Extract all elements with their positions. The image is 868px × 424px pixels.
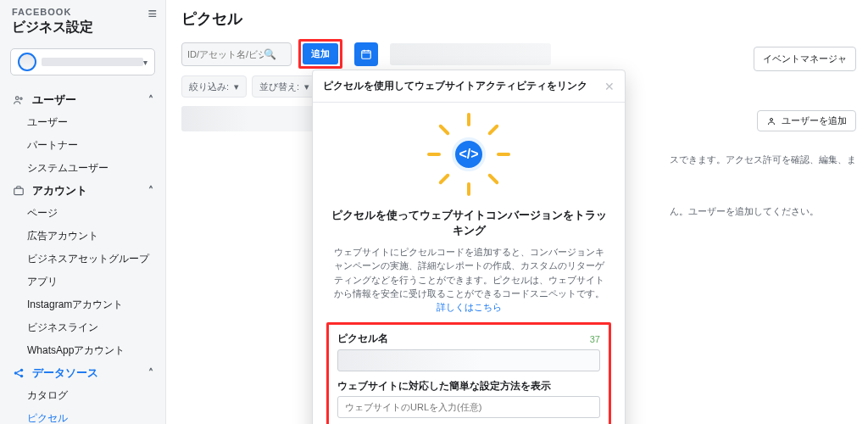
nav-item-system-users[interactable]: システムユーザー xyxy=(0,157,165,180)
nav-item-catalogs[interactable]: カタログ xyxy=(0,384,165,407)
nav-item-pixels[interactable]: ピクセル xyxy=(0,407,165,424)
char-counter: 37 xyxy=(590,334,600,344)
modal-subtitle: ピクセルを使ってウェブサイトコンバージョンをトラッキング xyxy=(330,208,608,238)
svg-point-4 xyxy=(20,369,24,372)
account-name-placeholder xyxy=(42,58,143,66)
nav-group-label: ユーザー xyxy=(32,92,76,108)
nav-item-pages[interactable]: ページ xyxy=(0,202,165,225)
caret-icon: ˄ xyxy=(148,367,153,379)
nav-group-label: データソース xyxy=(32,365,98,381)
modal-header: ピクセルを使用してウェブサイトアクティビティをリンク ✕ xyxy=(313,70,625,103)
settings-title: ビジネス設定 xyxy=(12,19,153,36)
svg-point-7 xyxy=(771,118,773,120)
hamburger-icon[interactable]: ≡ xyxy=(147,5,157,23)
sidebar: FACEBOOK ≡ ビジネス設定 ▾ ユーザー ˄ ユーザー パートナー シス… xyxy=(0,0,166,424)
chevron-down-icon: ▾ xyxy=(143,58,147,67)
svg-point-3 xyxy=(14,371,18,375)
svg-point-1 xyxy=(20,98,22,99)
add-user-label: ユーザーを追加 xyxy=(782,114,847,127)
right-text-1: スできます。アクセス許可を確認、編集、ま xyxy=(670,131,856,166)
modal-illustration: </> xyxy=(313,103,625,198)
right-text-2: ん。ユーザーを追加してください。 xyxy=(670,166,856,218)
website-url-input[interactable] xyxy=(337,396,600,418)
account-avatar-icon xyxy=(18,53,36,71)
nav-group-datasources[interactable]: データソース ˄ xyxy=(0,362,165,384)
modal-description: ウェブサイトにピクセルコードを追加すると、コンバージョンキャンペーンの実施、詳細… xyxy=(330,245,608,314)
events-manager-link[interactable]: イベントマネージャ xyxy=(754,47,856,71)
filter-sort[interactable]: 並び替え:▾ xyxy=(252,75,317,98)
search-input-wrap[interactable]: 🔍 xyxy=(181,42,292,66)
nav-item-asset-groups[interactable]: ビジネスアセットグループ xyxy=(0,248,165,271)
create-pixel-modal: ピクセルを使用してウェブサイトアクティビティをリンク ✕ </> ピクセルを使っ… xyxy=(312,70,626,424)
nav: ユーザー ˄ ユーザー パートナー システムユーザー アカウント ˄ ページ 広… xyxy=(0,84,165,424)
modal-title: ピクセルを使用してウェブサイトアクティビティをリンク xyxy=(323,79,587,93)
users-icon xyxy=(12,93,25,107)
calendar-button[interactable] xyxy=(354,42,378,66)
svg-point-5 xyxy=(20,375,24,378)
add-button-highlight: 追加 xyxy=(298,39,342,69)
caret-icon: ˄ xyxy=(148,185,153,197)
nav-item-business-line[interactable]: ビジネスライン xyxy=(0,316,165,339)
nav-item-instagram[interactable]: Instagramアカウント xyxy=(0,293,165,316)
pixel-name-input[interactable] xyxy=(337,349,600,371)
website-label: ウェブサイトに対応した簡単な設定方法を表示 xyxy=(337,380,600,393)
calendar-icon xyxy=(360,48,372,60)
svg-point-0 xyxy=(16,97,19,100)
nav-group-label: アカウント xyxy=(32,183,87,198)
nav-item-whatsapp[interactable]: WhatsAppアカウント xyxy=(0,339,165,362)
nav-item-users[interactable]: ユーザー xyxy=(0,111,165,134)
svg-rect-6 xyxy=(362,50,371,58)
add-button[interactable]: 追加 xyxy=(303,43,338,64)
redacted-block xyxy=(390,43,551,65)
input-highlight: ピクセル名 37 ウェブサイトに対応した簡単な設定方法を表示 xyxy=(326,322,611,424)
nav-item-partners[interactable]: パートナー xyxy=(0,134,165,157)
right-panel: ユーザーを追加 スできます。アクセス許可を確認、編集、ま ん。ユーザーを追加して… xyxy=(670,110,856,218)
search-icon: 🔍 xyxy=(264,48,276,60)
nav-item-apps[interactable]: アプリ xyxy=(0,271,165,293)
user-icon xyxy=(766,116,776,126)
account-selector[interactable]: ▾ xyxy=(10,48,155,75)
svg-rect-2 xyxy=(14,188,24,195)
close-icon[interactable]: ✕ xyxy=(604,80,615,93)
nav-group-users[interactable]: ユーザー ˄ xyxy=(0,89,165,111)
nav-item-ad-accounts[interactable]: 広告アカウント xyxy=(0,225,165,248)
nav-group-accounts[interactable]: アカウント ˄ xyxy=(0,180,165,202)
briefcase-icon xyxy=(12,184,25,198)
page-title: ピクセル xyxy=(166,0,868,39)
chevron-down-icon: ▾ xyxy=(234,81,239,92)
share-icon xyxy=(12,366,25,380)
pixel-name-label: ピクセル名 xyxy=(337,332,388,346)
code-icon: </> xyxy=(452,137,486,171)
chevron-down-icon: ▾ xyxy=(304,81,309,92)
add-user-button[interactable]: ユーザーを追加 xyxy=(757,110,856,131)
brand-label: FACEBOOK xyxy=(12,7,153,17)
learn-more-link[interactable]: 詳しくはこちら xyxy=(437,302,502,312)
filter-narrow[interactable]: 絞り込み:▾ xyxy=(181,75,247,98)
caret-icon: ˄ xyxy=(148,94,153,106)
search-input[interactable] xyxy=(187,49,264,59)
